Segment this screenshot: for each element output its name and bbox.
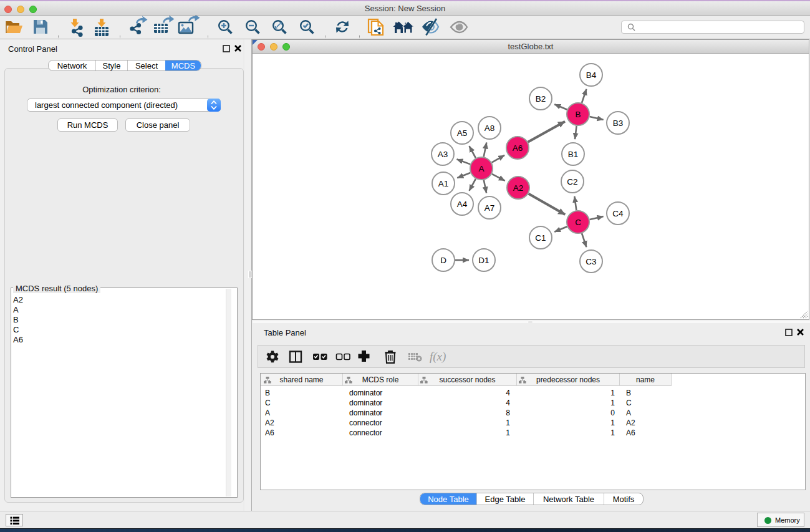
svg-text:A: A [478, 164, 484, 173]
svg-text:D: D [440, 256, 446, 265]
svg-text:A1: A1 [438, 179, 449, 188]
svg-text:C3: C3 [586, 257, 596, 266]
svg-text:A6: A6 [513, 143, 523, 153]
svg-text:B4: B4 [586, 70, 597, 80]
svg-text:C1: C1 [535, 233, 546, 243]
svg-text:B1: B1 [568, 150, 579, 159]
svg-text:C4: C4 [612, 209, 624, 218]
svg-text:A5: A5 [457, 128, 468, 138]
svg-text:f(x): f(x) [430, 350, 446, 364]
svg-text:C2: C2 [567, 177, 577, 186]
svg-text:C: C [575, 218, 581, 227]
svg-text:B3: B3 [613, 118, 624, 128]
svg-text:D1: D1 [478, 256, 489, 265]
svg-text:A8: A8 [485, 123, 495, 133]
svg-text:B2: B2 [536, 94, 546, 104]
svg-text:A3: A3 [438, 150, 448, 159]
svg-text:A4: A4 [457, 200, 468, 209]
svg-text:A2: A2 [513, 183, 524, 193]
svg-text:B: B [575, 110, 581, 119]
svg-text:A7: A7 [485, 203, 495, 213]
